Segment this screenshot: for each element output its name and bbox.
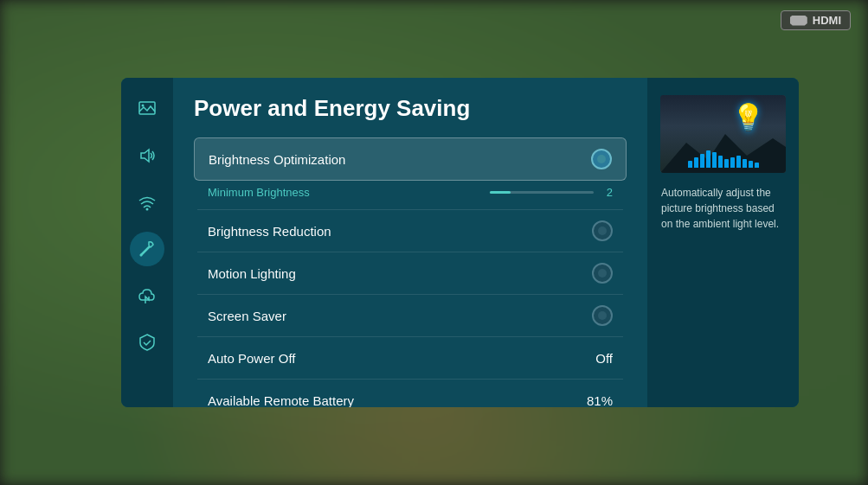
menu-item-remote-battery[interactable]: Available Remote Battery 81%: [194, 380, 627, 407]
brightness-reduction-label: Brightness Reduction: [208, 224, 331, 239]
auto-power-off-value: Off: [595, 351, 613, 366]
bar-5: [712, 152, 717, 168]
settings-panel: Power and Energy Saving Brightness Optim…: [121, 78, 799, 407]
sidebar-item-network[interactable]: [130, 185, 164, 220]
minimum-brightness-slider-container[interactable]: 2: [490, 186, 613, 199]
bar-3: [700, 154, 704, 168]
toggle-inner-2: [598, 227, 607, 235]
page-title: Power and Energy Saving: [194, 95, 627, 122]
minimum-brightness-label: Minimum Brightness: [208, 186, 310, 199]
remote-battery-label: Available Remote Battery: [208, 393, 354, 408]
brightness-optimization-label: Brightness Optimization: [209, 152, 345, 167]
toggle-inner: [597, 155, 606, 163]
bulb-icon: 💡: [732, 102, 764, 132]
bar-7: [724, 159, 729, 168]
svg-line-4: [141, 247, 149, 255]
remote-battery-value: 81%: [587, 393, 613, 408]
svg-marker-2: [141, 150, 149, 162]
hdmi-badge: HDMI: [781, 10, 851, 30]
main-content: Power and Energy Saving Brightness Optim…: [173, 78, 647, 407]
sidebar-item-picture[interactable]: [130, 92, 164, 126]
sidebar: [121, 78, 173, 407]
brightness-reduction-toggle[interactable]: [592, 220, 613, 241]
bar-1: [688, 161, 692, 168]
hdmi-icon: [790, 16, 807, 26]
menu-item-auto-power-off[interactable]: Auto Power Off Off: [194, 337, 627, 379]
sidebar-item-shield[interactable]: [130, 325, 164, 360]
menu-item-motion-lighting[interactable]: Motion Lighting: [194, 252, 627, 294]
preview-image: 💡: [660, 95, 786, 173]
screen-saver-toggle[interactable]: [592, 305, 613, 326]
svg-point-3: [146, 208, 149, 211]
sidebar-item-cloud[interactable]: [130, 278, 164, 313]
toggle-inner-4: [598, 311, 607, 320]
motion-lighting-label: Motion Lighting: [208, 266, 296, 281]
screen-saver-label: Screen Saver: [208, 309, 286, 323]
sidebar-item-sound[interactable]: [130, 138, 164, 173]
svg-point-1: [142, 105, 145, 107]
bar-2: [694, 157, 698, 168]
slider-track[interactable]: [490, 191, 594, 194]
auto-power-off-label: Auto Power Off: [208, 351, 295, 366]
minimum-brightness-value: 2: [601, 186, 613, 199]
menu-item-brightness-reduction[interactable]: Brightness Reduction: [194, 210, 627, 252]
bar-6: [718, 156, 723, 168]
bar-8: [730, 157, 735, 168]
preview-description: Automatically adjust the picture brightn…: [661, 185, 785, 232]
brightness-optimization-toggle[interactable]: [591, 149, 612, 169]
slider-fill: [490, 191, 511, 194]
bar-12: [755, 163, 759, 168]
right-panel: 💡 Automatically adjust the picture brigh…: [647, 78, 799, 407]
preview-bars: [688, 150, 759, 168]
motion-lighting-toggle[interactable]: [592, 263, 613, 284]
minimum-brightness-row: Minimum Brightness 2: [194, 181, 627, 209]
bar-11: [749, 161, 753, 168]
sidebar-item-tools[interactable]: [130, 232, 164, 266]
menu-item-brightness-optimization[interactable]: Brightness Optimization: [194, 137, 627, 181]
bar-9: [736, 156, 741, 168]
menu-item-screen-saver[interactable]: Screen Saver: [194, 295, 627, 336]
bar-4: [706, 150, 710, 168]
menu-list: Brightness Optimization Minimum Brightne…: [194, 137, 627, 407]
hdmi-label: HDMI: [813, 14, 841, 27]
svg-point-5: [140, 254, 143, 257]
toggle-inner-3: [598, 269, 607, 278]
bar-10: [743, 159, 747, 168]
